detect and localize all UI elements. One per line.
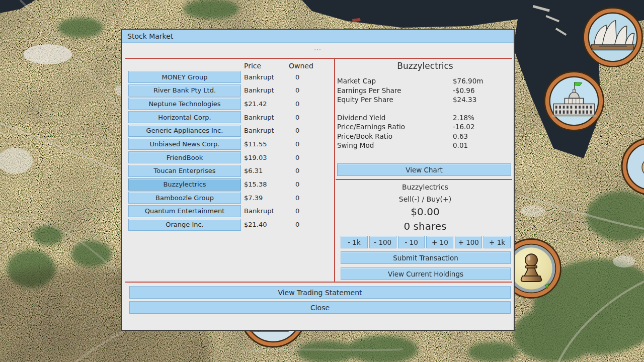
plus-1k-button[interactable]: + 1k — [484, 236, 511, 248]
price-cell: Bankrupt — [241, 86, 289, 94]
stat-value: 2.18% — [453, 114, 474, 122]
trade-mode-label: Sell(-) / Buy(+) — [335, 195, 516, 203]
stat-label: Swing Mod — [337, 141, 453, 149]
price-cell: Bankrupt — [241, 127, 289, 134]
increment-button-row: - 1k - 100 - 10 + 10 + 100 + 1k — [341, 236, 511, 248]
plus-10-button[interactable]: + 10 — [426, 236, 453, 248]
owned-cell: 0 — [289, 114, 319, 121]
stat-row: Dividend Yield2.18% — [337, 113, 512, 123]
price-cell: Bankrupt — [241, 114, 289, 121]
company-button[interactable]: Buzzylectrics — [128, 178, 241, 191]
opera-house-icon[interactable] — [580, 5, 644, 70]
stat-value: $24.33 — [453, 96, 476, 104]
owned-cell: 0 — [289, 221, 319, 228]
trade-divider — [336, 179, 512, 180]
stat-row: Price/Earnings Ratio-16.02 — [337, 122, 512, 132]
company-button[interactable]: River Bank Pty Ltd. — [128, 84, 241, 97]
stock-market-dialog: Stock Market ... Price Owned MONEY Group… — [121, 29, 515, 331]
view-chart-button[interactable]: View Chart — [337, 163, 511, 176]
stat-row: Swing Mod0.01 — [337, 141, 512, 150]
stat-row: Earnings Per Share-$0.96 — [337, 86, 512, 96]
owned-cell: 0 — [289, 73, 319, 81]
owned-cell: 0 — [289, 100, 319, 108]
stat-label: Price/Book Ratio — [337, 132, 453, 140]
owned-cell: 0 — [289, 86, 319, 94]
collapse-handle[interactable]: ... — [122, 45, 514, 52]
stat-value: -$0.96 — [453, 86, 475, 95]
price-cell: $6.31 — [241, 167, 289, 174]
owned-cell: 0 — [289, 127, 319, 134]
price-cell: $21.40 — [241, 221, 289, 228]
price-cell: $7.39 — [241, 194, 289, 202]
stat-row: Market Cap$76.90m — [337, 76, 512, 86]
company-row: MONEY GroupBankrupt0 — [128, 71, 319, 83]
company-stats: Market Cap$76.90m Earnings Per Share-$0.… — [337, 76, 512, 150]
company-row: FriendBook$19.030 — [128, 151, 319, 163]
company-button[interactable]: MONEY Group — [128, 71, 241, 83]
owned-cell: 0 — [289, 167, 319, 174]
minus-10-button[interactable]: - 10 — [398, 236, 425, 248]
company-button[interactable]: Toucan Enterprises — [128, 165, 241, 177]
company-button[interactable]: Generic Appliances Inc. — [128, 125, 241, 137]
detail-company-title: Buzzylectrics — [335, 61, 516, 71]
parliament-building-icon[interactable] — [541, 68, 607, 134]
company-button[interactable]: Bamboozle Group — [128, 192, 241, 204]
stat-value: 0.01 — [453, 141, 468, 149]
company-row: Horizontal Corp.Bankrupt0 — [128, 111, 319, 123]
dialog-titlebar[interactable]: Stock Market — [122, 30, 514, 43]
stat-label: Equity Per Share — [337, 96, 453, 104]
company-row-selected: Buzzylectrics$15.380 — [128, 178, 319, 191]
company-row: River Bank Pty Ltd.Bankrupt0 — [128, 84, 319, 97]
owned-cell: 0 — [289, 180, 319, 188]
stat-value: -16.02 — [453, 123, 475, 131]
top-divider — [125, 58, 512, 59]
footer-divider — [125, 282, 512, 283]
view-trading-statement-button[interactable]: View Trading Statement — [129, 286, 511, 299]
company-row: Toucan Enterprises$6.310 — [128, 165, 319, 177]
owned-cell: 0 — [289, 154, 319, 161]
panel-divider — [334, 58, 335, 283]
price-cell: $21.42 — [241, 100, 289, 108]
minus-100-button[interactable]: - 100 — [369, 236, 396, 248]
company-button[interactable]: Horizontal Corp. — [128, 111, 241, 123]
price-column-header: Price — [244, 62, 261, 70]
company-row: Generic Appliances Inc.Bankrupt0 — [128, 125, 319, 137]
close-button[interactable]: Close — [129, 301, 511, 314]
owned-cell: 0 — [289, 194, 319, 202]
company-button[interactable]: Quantum Entertainment — [128, 205, 241, 217]
stat-value: 0.63 — [453, 132, 468, 140]
company-list: MONEY GroupBankrupt0 River Bank Pty Ltd.… — [128, 71, 319, 231]
price-cell: $11.55 — [241, 140, 289, 148]
owned-cell: 0 — [289, 207, 319, 215]
trade-shares-value: 0 shares — [335, 220, 516, 232]
game-screen: Stock Market ... Price Owned MONEY Group… — [0, 0, 644, 362]
company-button[interactable]: Unbiased News Corp. — [128, 138, 241, 150]
plus-100-button[interactable]: + 100 — [455, 236, 482, 248]
view-current-holdings-button[interactable]: View Current Holdings — [341, 267, 511, 280]
price-cell: $19.03 — [241, 154, 289, 161]
company-row: Unbiased News Corp.$11.550 — [128, 138, 319, 150]
minus-1k-button[interactable]: - 1k — [341, 236, 368, 248]
stat-label: Earnings Per Share — [337, 86, 453, 95]
trade-amount-value: $0.00 — [335, 206, 516, 218]
price-cell: $15.38 — [241, 180, 289, 188]
company-button[interactable]: Neptune Technologies — [128, 98, 241, 110]
stat-label: Dividend Yield — [337, 114, 453, 122]
stat-label: Price/Earnings Ratio — [337, 123, 453, 131]
company-button[interactable]: Orange Inc. — [128, 219, 241, 231]
price-cell: Bankrupt — [241, 207, 289, 215]
stat-row: Price/Book Ratio0.63 — [337, 132, 512, 141]
submit-transaction-button[interactable]: Submit Transaction — [341, 251, 511, 264]
harbour-landmark-icon[interactable] — [621, 137, 644, 196]
trade-company-label: Buzzylectrics — [335, 183, 516, 191]
price-cell: Bankrupt — [241, 73, 289, 81]
stat-value: $76.90m — [453, 77, 483, 85]
company-button[interactable]: FriendBook — [128, 151, 241, 163]
company-row: Bamboozle Group$7.390 — [128, 192, 319, 204]
dialog-title: Stock Market — [127, 32, 173, 40]
company-row: Neptune Technologies$21.420 — [128, 98, 319, 110]
company-row: Quantum EntertainmentBankrupt0 — [128, 205, 319, 217]
owned-column-header: Owned — [289, 62, 313, 70]
company-row: Orange Inc.$21.400 — [128, 219, 319, 231]
owned-cell: 0 — [289, 140, 319, 148]
